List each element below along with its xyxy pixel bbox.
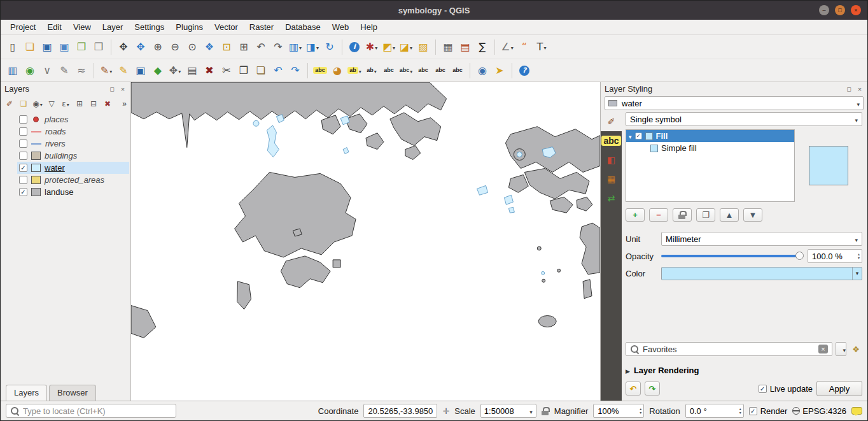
messages-icon[interactable] (851, 407, 862, 415)
open-project-button[interactable]: ❏ (22, 39, 38, 55)
styling-tab-diagrams[interactable]: ▦ (601, 169, 622, 189)
save-project-as-button[interactable]: ▣ (56, 39, 73, 55)
styling-tab-history[interactable]: ⇄ (601, 189, 622, 208)
map-canvas[interactable] (131, 82, 600, 401)
paste-features-button[interactable]: ❏ (253, 62, 269, 79)
statistical-summary-button[interactable]: ∑ (474, 39, 491, 55)
coordinate-input[interactable] (363, 404, 437, 418)
field-calculator-button[interactable]: ▤ (457, 39, 473, 55)
menu-item-view[interactable]: View (67, 20, 97, 34)
rotation-spinbox[interactable]: 0.0 ° (685, 404, 744, 418)
highlight-pinned-labels-button[interactable]: abc (381, 62, 397, 79)
toggle-editing-button[interactable]: ✎ (115, 62, 132, 79)
styling-tab-labels[interactable]: abc (601, 131, 622, 150)
redo-style-button[interactable] (645, 382, 660, 396)
redo-button[interactable]: ↷ (287, 62, 304, 79)
scale-lock-icon[interactable] (542, 406, 549, 416)
move-symbol-up-button[interactable]: ▲ (720, 208, 739, 222)
help-contents-button[interactable]: ? (516, 62, 533, 79)
pan-to-selection-button[interactable]: ✥ (132, 39, 149, 55)
new-print-layout-button[interactable]: ❐ (73, 39, 90, 55)
layer-visibility-checkbox[interactable] (19, 176, 27, 184)
float-panel-icon[interactable] (108, 85, 116, 93)
unit-combo[interactable]: Millimeter (661, 232, 862, 246)
toolbar-overflow-button[interactable] (122, 99, 128, 108)
menu-item-help[interactable]: Help (354, 20, 383, 34)
maximize-button[interactable]: □ (835, 5, 845, 15)
select-features-button[interactable]: ◩ (381, 39, 397, 55)
copy-features-button[interactable]: ❐ (235, 62, 252, 79)
menu-item-settings[interactable]: Settings (129, 20, 170, 34)
zoom-native-button[interactable]: ⊙ (184, 39, 200, 55)
layer-visibility-checkbox[interactable] (19, 139, 27, 148)
layer-rendering-section[interactable]: Layer Rendering (626, 364, 862, 376)
zoom-next-button[interactable]: ↷ (270, 39, 286, 55)
menu-item-plugins[interactable]: Plugins (170, 20, 209, 34)
color-button[interactable] (661, 267, 862, 280)
layer-diagram-options-button[interactable]: ◕ (329, 62, 346, 79)
chevron-down-icon[interactable] (852, 268, 862, 280)
label-single-button[interactable]: ab (346, 62, 363, 79)
expand-all-button[interactable]: ⊞ (73, 97, 86, 110)
move-label-button[interactable]: abc (415, 62, 431, 79)
save-project-button[interactable]: ▣ (39, 39, 55, 55)
layer-item-buildings[interactable]: buildings (17, 150, 129, 162)
layer-item-places[interactable]: places (17, 113, 129, 125)
text-annotation-button[interactable]: T (533, 39, 550, 55)
menu-item-raster[interactable]: Raster (244, 20, 279, 34)
layer-visibility-checkbox[interactable] (19, 188, 27, 196)
styling-tab-3d-view[interactable]: ◧ (601, 150, 622, 169)
symbol-type-combo[interactable]: Single symbol (626, 112, 862, 126)
lock-color-button[interactable] (673, 208, 692, 222)
close-panel-icon[interactable] (856, 85, 864, 93)
menu-item-layer[interactable]: Layer (97, 20, 129, 34)
new-project-button[interactable]: ▯ (4, 39, 21, 55)
symbol-layer-checkbox[interactable] (635, 132, 642, 139)
new-virtual-layer-button[interactable]: ≈ (73, 62, 90, 79)
layer-labeling-options-button[interactable]: abc (312, 62, 328, 79)
zoom-last-button[interactable]: ↶ (253, 39, 269, 55)
opacity-slider[interactable] (661, 250, 804, 262)
vertex-tool-button[interactable]: ✥ (167, 62, 183, 79)
checkbox-icon[interactable] (759, 385, 767, 393)
show-layout-manager-button[interactable]: ❒ (90, 39, 107, 55)
layer-visibility-checkbox[interactable] (19, 127, 27, 136)
move-symbol-down-button[interactable]: ▼ (743, 208, 762, 222)
filter-by-expression-button[interactable]: ε (59, 97, 72, 110)
delete-selected-button[interactable]: ✖ (201, 62, 218, 79)
zoom-out-button[interactable]: ⊖ (167, 39, 183, 55)
menu-item-edit[interactable]: Edit (41, 20, 67, 34)
favorites-dropdown-button[interactable] (836, 342, 846, 356)
metasearch-button[interactable]: ➤ (491, 62, 508, 79)
spin-arrows-icon[interactable] (858, 252, 860, 260)
close-panel-icon[interactable] (119, 85, 127, 93)
opacity-spinbox[interactable]: 100.0 % (808, 249, 862, 263)
live-update-checkbox[interactable]: Live update (759, 384, 813, 394)
identify-features-button[interactable]: i (346, 39, 363, 55)
pan-map-button[interactable]: ✥ (115, 39, 132, 55)
styling-tab-symbology[interactable]: ✐ (601, 112, 622, 131)
render-checkbox[interactable]: Render (749, 406, 788, 416)
deselect-features-button[interactable]: ▨ (415, 39, 431, 55)
styling-layer-combo[interactable]: water (605, 96, 864, 110)
zoom-in-button[interactable]: ⊕ (150, 39, 166, 55)
undo-button[interactable]: ↶ (270, 62, 286, 79)
spin-arrows-icon[interactable] (739, 407, 741, 415)
layer-item-rivers[interactable]: rivers (17, 138, 129, 150)
layer-item-water[interactable]: water (17, 162, 129, 174)
panel-tab-layers[interactable]: Layers (6, 385, 47, 401)
save-layer-edits-button[interactable]: ▣ (132, 62, 149, 79)
menu-item-project[interactable]: Project (4, 20, 41, 34)
extents-icon[interactable] (442, 406, 449, 416)
titlebar[interactable]: symbology - QGIS –□× (1, 1, 867, 20)
zoom-to-selection-button[interactable]: ⊡ (218, 39, 235, 55)
layer-item-landuse[interactable]: landuse (17, 186, 129, 198)
layer-visibility-checkbox[interactable] (19, 152, 27, 160)
checkbox-icon[interactable] (749, 407, 757, 415)
layer-visibility-checkbox[interactable] (19, 164, 27, 172)
slider-handle[interactable] (795, 252, 804, 260)
osm-place-search-button[interactable]: ◉ (474, 62, 491, 79)
pin-unpin-labels-button[interactable]: ab (363, 62, 380, 79)
spin-arrows-icon[interactable] (640, 407, 641, 415)
expander-icon[interactable] (629, 131, 632, 141)
